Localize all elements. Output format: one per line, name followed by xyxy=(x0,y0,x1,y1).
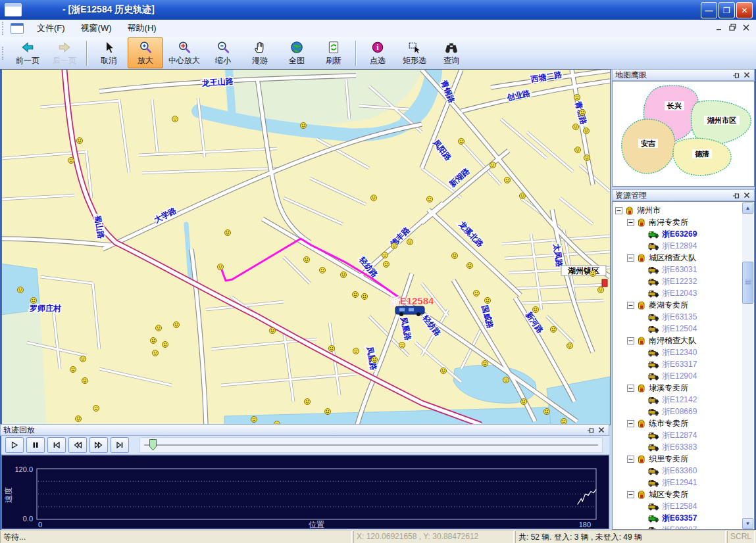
vehicle-marker-icon[interactable] xyxy=(382,252,388,258)
tree-item-vehicle[interactable]: 浙E09387 xyxy=(613,524,743,530)
tree-item-vehicle[interactable]: 浙E63031 xyxy=(613,264,743,275)
vehicle-marker-icon[interactable] xyxy=(584,155,590,161)
toolbar-button-hand[interactable]: 漫游 xyxy=(242,37,278,68)
minimize-button[interactable]: — xyxy=(701,2,717,18)
slider-thumb-icon[interactable] xyxy=(149,439,157,454)
vehicle-marker-icon[interactable] xyxy=(31,298,37,304)
vehicle-marker-icon[interactable] xyxy=(362,294,368,300)
vehicle-marker-icon[interactable] xyxy=(153,350,159,356)
toolbar-button-rect-select[interactable]: 矩形选 xyxy=(397,37,432,68)
vehicle-marker-icon[interactable] xyxy=(544,409,550,415)
vehicle-marker-icon[interactable] xyxy=(452,253,458,259)
tree-item-vehicle[interactable]: 浙E12043 xyxy=(613,287,743,299)
vehicle-marker-icon[interactable] xyxy=(18,287,24,293)
vehicle-marker-icon[interactable] xyxy=(68,158,74,164)
map-canvas[interactable]: 龙王山路青铜路西塘二路青塘路创业路凤阳路新湖路大学路蜀山路德丰路龙溪北路轻纺路轻… xyxy=(1,69,611,425)
vehicle-marker-icon[interactable] xyxy=(584,128,590,134)
toolbar-grip[interactable] xyxy=(2,47,7,60)
menu-item-3[interactable]: 帮助(H) xyxy=(120,20,164,37)
tree-item-vehicle[interactable]: 浙E12894 xyxy=(613,240,743,252)
scrollbar-thumb[interactable] xyxy=(742,262,753,304)
toolbar-button-zoom-out[interactable]: 缩小 xyxy=(205,37,241,68)
tree-expander-icon[interactable] xyxy=(627,302,634,309)
close-icon[interactable] xyxy=(742,191,751,200)
mdi-restore-icon[interactable] xyxy=(729,24,736,31)
vehicle-marker-icon[interactable] xyxy=(505,177,511,183)
tree-expander-icon[interactable] xyxy=(627,385,634,392)
vehicle-marker-icon[interactable] xyxy=(427,197,433,202)
vehicle-marker-icon[interactable] xyxy=(485,298,491,304)
menubar-grip[interactable] xyxy=(2,22,7,35)
vehicle-marker-icon[interactable] xyxy=(251,417,257,423)
tree-item-vehicle[interactable]: 浙E63357 xyxy=(613,512,743,524)
tree-item-vehicle[interactable]: 浙E12904 xyxy=(613,370,743,382)
vehicle-marker-icon[interactable] xyxy=(353,292,359,298)
tree-expander-icon[interactable] xyxy=(627,456,634,463)
scroll-up-icon[interactable]: ▲ xyxy=(742,202,753,214)
vehicle-marker-icon[interactable] xyxy=(163,342,168,348)
eagle-eye-minimap[interactable]: 长兴湖州市区安吉德清 xyxy=(612,81,755,187)
vehicle-marker-icon[interactable] xyxy=(391,243,397,249)
tree-item-department[interactable]: 南浔专卖所 xyxy=(613,216,743,228)
tree-item-vehicle[interactable]: 浙E12874 xyxy=(613,429,743,441)
poi-icon[interactable] xyxy=(602,279,607,287)
vehicle-marker-icon[interactable] xyxy=(325,409,331,415)
tree-item-department[interactable]: 城区专卖所 xyxy=(613,488,743,500)
tree-item-vehicle[interactable]: 浙E12584 xyxy=(613,500,743,512)
tree-item-vehicle[interactable]: 浙E63269 xyxy=(613,228,743,240)
vehicle-marker-icon[interactable] xyxy=(172,116,178,122)
vehicle-marker-icon[interactable] xyxy=(151,338,157,344)
vehicle-marker-icon[interactable] xyxy=(399,342,405,348)
vehicle-marker-icon[interactable] xyxy=(82,378,88,384)
toolbar-button-info-select[interactable]: i点选 xyxy=(360,37,395,68)
tree-item-vehicle[interactable]: 浙E12941 xyxy=(613,477,743,488)
toolbar-button-binoculars[interactable]: 查询 xyxy=(434,37,469,68)
playback-skip-end-button[interactable] xyxy=(111,437,129,453)
tree-item-vehicle[interactable]: 浙E12232 xyxy=(613,275,743,287)
vehicle-marker-icon[interactable] xyxy=(76,416,82,422)
tree-item-vehicle[interactable]: 浙E63317 xyxy=(613,358,743,370)
vehicle-marker-icon[interactable] xyxy=(503,377,509,383)
toolbar-button-arrow-right[interactable]: 后一页 xyxy=(47,37,82,68)
vehicle-marker-icon[interactable] xyxy=(474,291,480,296)
mdi-close-icon[interactable] xyxy=(743,24,749,31)
menu-item-2[interactable]: 视窗(W) xyxy=(73,20,120,37)
tree-item-vehicle[interactable]: 浙E63383 xyxy=(613,441,743,453)
menu-item-1[interactable]: 文件(F) xyxy=(29,20,73,37)
mdi-minimize-icon[interactable] xyxy=(716,24,722,31)
restore-button[interactable]: ❐ xyxy=(718,2,735,18)
pin-icon[interactable] xyxy=(586,426,595,435)
playback-pause-button[interactable] xyxy=(26,437,45,453)
vehicle-marker-icon[interactable] xyxy=(372,357,378,363)
tree-item-vehicle[interactable]: 浙E63135 xyxy=(613,311,743,323)
tree-item-department[interactable]: 城区稽查大队 xyxy=(613,252,743,264)
tree-item-city[interactable]: 湖州市 xyxy=(613,204,743,216)
vehicle-marker-icon[interactable] xyxy=(590,271,596,277)
vehicle-marker-icon[interactable] xyxy=(320,268,326,273)
vehicle-marker-icon[interactable] xyxy=(384,262,390,268)
tree-item-department[interactable]: 埭溪专卖所 xyxy=(613,382,743,394)
tree-expander-icon[interactable] xyxy=(627,337,634,344)
playback-play-button[interactable] xyxy=(5,437,24,453)
toolbar-button-refresh[interactable]: 刷新 xyxy=(316,37,351,68)
close-button[interactable]: ✕ xyxy=(736,2,753,18)
tree-item-vehicle[interactable]: 浙E63360 xyxy=(613,465,743,477)
playback-rewind-button[interactable] xyxy=(68,437,87,453)
vehicle-marker-icon[interactable] xyxy=(490,162,496,168)
vehicle-marker-icon[interactable] xyxy=(575,147,581,153)
vehicle-marker-icon[interactable] xyxy=(521,399,527,405)
vehicle-marker-icon[interactable] xyxy=(353,348,359,354)
close-icon[interactable] xyxy=(597,426,606,435)
map-svg[interactable]: 龙王山路青铜路西塘二路青塘路创业路凤阳路新湖路大学路蜀山路德丰路龙溪北路轻纺路轻… xyxy=(2,70,610,425)
playback-skip-start-button[interactable] xyxy=(47,437,66,453)
tree-expander-icon[interactable] xyxy=(627,254,634,262)
vehicle-marker-icon[interactable] xyxy=(520,193,526,199)
vehicle-marker-icon[interactable] xyxy=(218,264,224,270)
vehicle-marker-icon[interactable] xyxy=(551,327,557,333)
tree-item-vehicle[interactable]: 浙E08669 xyxy=(613,406,743,417)
vehicle-marker-icon[interactable] xyxy=(567,343,573,349)
playback-slider[interactable] xyxy=(139,437,603,453)
tree-expander-icon[interactable] xyxy=(627,219,634,226)
tree-item-vehicle[interactable]: 浙E12340 xyxy=(613,346,743,358)
toolbar-button-globe[interactable]: 全图 xyxy=(279,37,315,68)
